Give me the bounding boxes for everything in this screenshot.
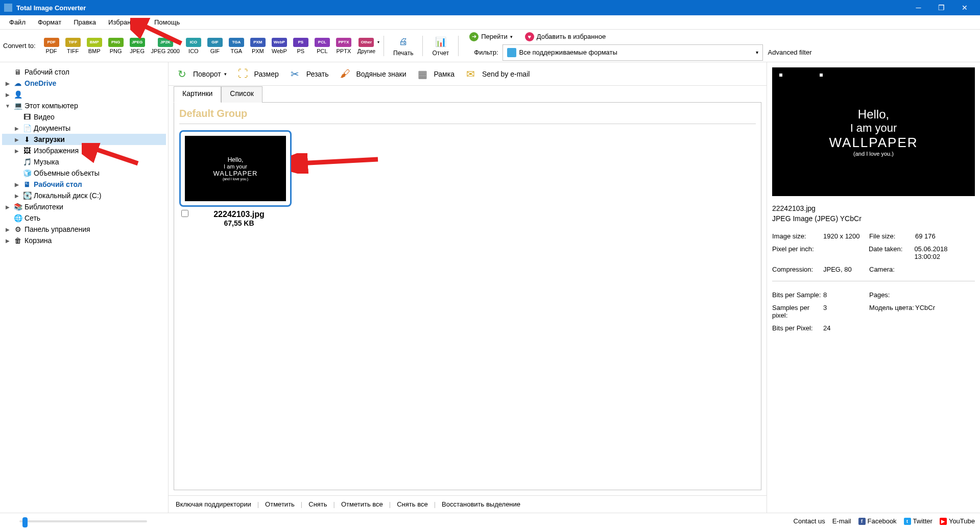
action-button[interactable]: ▦Рамка: [414, 66, 455, 82]
expander-icon[interactable]: ▶: [13, 126, 20, 131]
tree-item[interactable]: ▶👤: [2, 89, 166, 100]
convert-pptx-button[interactable]: PPTXPPTX: [333, 37, 354, 55]
action-button[interactable]: ✂Резать: [287, 66, 329, 82]
expander-icon[interactable]: ▶: [4, 92, 11, 98]
tree-item[interactable]: 🎞Видео: [2, 111, 166, 123]
tree-item[interactable]: ▶⬇Загрузки: [2, 134, 166, 145]
footer-link[interactable]: Восстановить выделение: [440, 500, 522, 508]
close-button[interactable]: ✕: [953, 0, 976, 15]
info-value: 24: [823, 324, 869, 332]
advanced-filter-link[interactable]: Advanced filter: [768, 49, 812, 56]
info-table-2: Bits per Sample:8Pages:Samples per pixel…: [772, 288, 975, 334]
menu-помощь[interactable]: Помощь: [148, 15, 186, 29]
expander-icon[interactable]: ▶: [4, 238, 11, 244]
expander-icon[interactable]: ▶: [13, 137, 20, 142]
tree-item[interactable]: 🎵Музыка: [2, 156, 166, 167]
expander-icon[interactable]: ▶: [13, 193, 20, 199]
tree-item[interactable]: ▶🖼Изображения: [2, 145, 166, 156]
expander-icon[interactable]: ▼: [4, 103, 11, 109]
action-button[interactable]: ⛶Размер: [235, 66, 279, 82]
tree-item[interactable]: ▶📄Документы: [2, 123, 166, 134]
goto-button[interactable]: ➜ Перейти ▾: [466, 31, 516, 42]
format-badge-icon: BMP: [87, 38, 102, 47]
action-button[interactable]: ✉Send by e-mail: [463, 66, 530, 82]
info-label: Samples per pixel:: [772, 304, 823, 319]
action-label: Поворот: [193, 70, 221, 78]
convert-pcl-button[interactable]: PCLPCL: [312, 37, 333, 55]
tree-item[interactable]: ▼💻Этот компьютер: [2, 100, 166, 111]
footer-link[interactable]: Снять все: [395, 500, 429, 508]
action-icon: ↻: [174, 66, 190, 82]
zoom-slider[interactable]: [19, 520, 147, 522]
tree-item[interactable]: ▶☁OneDrive: [2, 78, 166, 89]
tree-item[interactable]: 🖥Рабочий стол: [2, 66, 166, 78]
expander-icon[interactable]: ▶: [4, 204, 11, 210]
convert-другие-button[interactable]: OtherДругие▾: [354, 37, 378, 55]
convert-png-button[interactable]: PNGPNG: [105, 37, 127, 55]
expander-icon[interactable]: ▶: [4, 81, 11, 86]
expander-icon[interactable]: ▶: [4, 227, 11, 232]
footer-link[interactable]: Включая поддиректории: [174, 500, 253, 508]
convert-jpeg-button[interactable]: JPEGJPEG: [127, 37, 148, 55]
thumbnail-checkbox[interactable]: [181, 210, 188, 217]
footer-link[interactable]: Отметить: [263, 500, 297, 508]
slider-thumb[interactable]: [22, 517, 28, 527]
filter-select[interactable]: Все поддерживаемые форматы ▾: [503, 44, 763, 61]
action-button[interactable]: 🖌Водяные знаки: [337, 66, 407, 82]
tab-список[interactable]: Список: [221, 86, 262, 103]
email-link[interactable]: E-mail: [832, 517, 851, 525]
tree-item[interactable]: 🧊Объемные объекты: [2, 167, 166, 179]
format-buttons: PDFPDFTIFFTIFFBMPBMPPNGPNGJPEGJPEGJP2KJP…: [41, 37, 378, 55]
folder-tree[interactable]: 🖥Рабочий стол▶☁OneDrive▶👤▼💻Этот компьюте…: [0, 62, 169, 513]
thumbnail-frame: Hello, I am your WALLPAPER (and I love y…: [179, 130, 292, 207]
separator: |: [257, 500, 259, 508]
heart-icon: ♥: [525, 32, 534, 41]
tree-item[interactable]: ▶⚙Панель управления: [2, 224, 166, 235]
twitter-link[interactable]: tTwitter: [904, 517, 933, 525]
contact-us-link[interactable]: Contact us: [794, 517, 825, 525]
expander-icon[interactable]: ▶: [13, 182, 20, 187]
convert-webp-button[interactable]: WebPWebP: [269, 37, 290, 55]
convert-tiff-button[interactable]: TIFFTIFF: [62, 37, 84, 55]
convert-label: Convert to:: [3, 42, 36, 50]
tab-картинки[interactable]: Картинки: [174, 86, 221, 103]
convert-bmp-button[interactable]: BMPBMP: [84, 37, 105, 55]
info-row: Bits per Sample:8Pages:: [772, 288, 975, 301]
tree-item[interactable]: ▶💽Локальный диск (C:): [2, 190, 166, 201]
thumbnail-grid[interactable]: Default Group Hello, I am your WALLPAPER…: [174, 102, 761, 490]
tree-item[interactable]: ▶🖥Рабочий стол: [2, 179, 166, 190]
info-label: Date taken:: [869, 245, 914, 260]
footer-link[interactable]: Отметить все: [339, 500, 385, 508]
action-button[interactable]: ↻Поворот▾: [174, 66, 227, 82]
menu-формат[interactable]: Формат: [32, 15, 67, 29]
convert-pxm-button[interactable]: PXMPXM: [247, 37, 269, 55]
convert-gif-button[interactable]: GIFGIF: [204, 37, 226, 55]
youtube-link[interactable]: ▶YouTube: [940, 517, 975, 525]
convert-ico-button[interactable]: ICOICO: [183, 37, 204, 55]
footer-link[interactable]: Снять: [306, 500, 329, 508]
tree-item[interactable]: 🌐Сеть: [2, 212, 166, 224]
thumbnail-card[interactable]: Hello, I am your WALLPAPER (and I love y…: [179, 130, 292, 227]
folder-icon: ⚙: [13, 225, 22, 233]
action-icon: ⛶: [235, 66, 251, 82]
menu-файл[interactable]: Файл: [3, 15, 32, 29]
format-badge-icon: TIFF: [65, 38, 81, 47]
folder-icon: 💽: [22, 191, 32, 200]
folder-icon: 📄: [22, 124, 32, 132]
tree-item[interactable]: ▶🗑Корзина: [2, 235, 166, 246]
facebook-link[interactable]: fFacebook: [858, 517, 897, 525]
convert-jpeg-2000-button[interactable]: JP2KJPEG 2000: [148, 37, 183, 55]
menu-избранное[interactable]: Избранное: [102, 15, 148, 29]
minimize-button[interactable]: ─: [907, 0, 930, 15]
add-favorite-button[interactable]: ♥ Добавить в избранное: [522, 31, 609, 42]
convert-ps-button[interactable]: PSPS: [290, 37, 312, 55]
tree-item[interactable]: ▶📚Библиотеки: [2, 201, 166, 212]
convert-tga-button[interactable]: TGATGA: [226, 37, 247, 55]
print-button[interactable]: 🖨 Печать: [389, 34, 417, 58]
expander-icon[interactable]: ▶: [13, 148, 20, 154]
report-button[interactable]: 📊 Отчет: [428, 34, 453, 58]
convert-pdf-button[interactable]: PDFPDF: [41, 37, 62, 55]
menu-правка[interactable]: Правка: [67, 15, 102, 29]
maximize-button[interactable]: ❐: [930, 0, 953, 15]
tree-label: OneDrive: [25, 79, 56, 87]
